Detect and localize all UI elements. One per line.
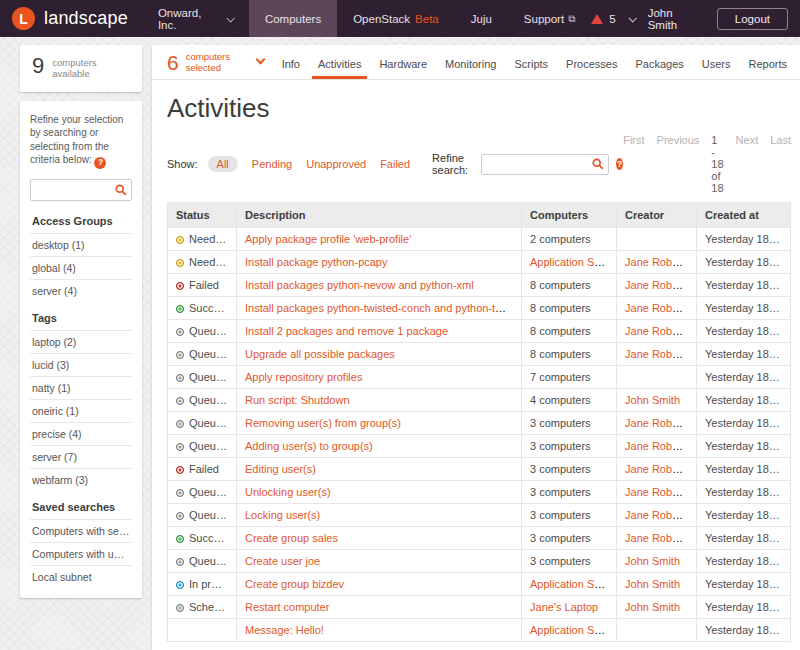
computers-value[interactable]: Jane's Laptop [530, 601, 598, 613]
creator-link[interactable]: Jane Robertson [625, 302, 697, 314]
status-cell: Needs approval [168, 251, 237, 274]
computers-available-card: 9 computers available [20, 45, 142, 92]
alerts-dropdown[interactable]: 5 [591, 13, 634, 25]
computers-value[interactable]: Application Server 1 [530, 578, 617, 590]
tab-info[interactable]: Info [276, 54, 306, 79]
status-cell: Failed [168, 274, 237, 297]
pagination-first[interactable]: First [623, 134, 644, 194]
tab-packages[interactable]: Packages [629, 54, 689, 79]
tab-scripts[interactable]: Scripts [508, 54, 554, 79]
pagination-previous[interactable]: Previous [657, 134, 700, 194]
activity-link[interactable]: Install 2 packages and remove 1 package [245, 325, 448, 337]
status-in-progress-icon [176, 581, 184, 589]
sidebar-item[interactable]: Local subnet [30, 565, 132, 588]
activity-link[interactable]: Message: Hello! [245, 624, 324, 636]
activity-link[interactable]: Install package python-pcapy [245, 256, 387, 268]
tab-monitoring[interactable]: Monitoring [439, 54, 502, 79]
logout-button[interactable]: Logout [717, 8, 788, 30]
activity-link[interactable]: Editing user(s) [245, 463, 316, 475]
sidebar-item[interactable]: lucid (3) [30, 353, 132, 376]
sidebar-item[interactable]: server (7) [30, 445, 132, 468]
creator-link[interactable]: Jane Robertson [625, 279, 697, 291]
tab-reports[interactable]: Reports [742, 54, 793, 79]
creator-link[interactable]: Jane Robertson [625, 486, 697, 498]
creator-link[interactable]: Jane Robertson [625, 417, 697, 429]
nav-item-computers[interactable]: Computers [249, 0, 337, 37]
nav-item-openstack[interactable]: OpenStackBeta [337, 0, 455, 37]
tab-processes[interactable]: Processes [560, 54, 623, 79]
activity-link[interactable]: Unlocking user(s) [245, 486, 331, 498]
creator-link[interactable]: Jane Robertson [625, 256, 697, 268]
activity-link[interactable]: Adding user(s) to group(s) [245, 440, 373, 452]
help-icon[interactable]: ? [616, 158, 623, 170]
chevron-down-icon [255, 55, 265, 65]
sidebar-item[interactable]: webfarm (3) [30, 468, 132, 491]
landscape-brand[interactable]: L landscape [0, 7, 142, 30]
sidebar-item[interactable]: desktop (1) [30, 233, 132, 256]
activity-link[interactable]: Run script: Shutdown [245, 394, 350, 406]
pagination-next[interactable]: Next [736, 134, 759, 194]
tab-users[interactable]: Users [696, 54, 737, 79]
status-label: Needs approval [189, 233, 237, 245]
creator-link[interactable]: John Smith [625, 555, 680, 567]
help-icon[interactable]: ? [94, 157, 106, 169]
computers-value[interactable]: Application Server 1 [530, 624, 617, 636]
nav-item-account[interactable]: Onward, Inc. [142, 0, 249, 37]
status-scheduled-icon [176, 604, 184, 612]
status-queued-icon [176, 420, 184, 428]
activity-link[interactable]: Create user joe [245, 555, 320, 567]
activity-link[interactable]: Upgrade all possible packages [245, 348, 395, 360]
creator-link[interactable]: John Smith [625, 601, 680, 613]
activity-link[interactable]: Apply package profile 'web-profile' [245, 233, 411, 245]
page-content: 9 computers available Refine your select… [0, 37, 800, 650]
navbar-menu: Onward, Inc.ComputersOpenStackBetaJujuSu… [142, 0, 591, 37]
table-row: QueuedAdding user(s) to group(s)3 comput… [168, 435, 791, 458]
sidebar-item[interactable]: server (4) [30, 279, 132, 302]
computers-cell: Application Server 1 [522, 251, 617, 274]
activity-link[interactable]: Create group bizdev [245, 578, 344, 590]
sidebar-group-title: Tags [30, 302, 132, 330]
activity-link[interactable]: Apply repository profiles [245, 371, 362, 383]
computers-selected-dropdown[interactable]: 6 computers selected [167, 52, 264, 74]
created-at-cell: Yesterday 18:21 [697, 297, 791, 320]
created-at-cell: Yesterday 18:21 [697, 550, 791, 573]
pagination-last[interactable]: Last [770, 134, 791, 194]
activity-link[interactable]: Create group sales [245, 532, 338, 544]
created-at-cell: Yesterday 18:20 [697, 596, 791, 619]
creator-link[interactable]: Jane Robertson [625, 532, 697, 544]
sidebar-item[interactable]: oneiric (1) [30, 399, 132, 422]
nav-item-support[interactable]: Support⧉ [508, 0, 591, 37]
activity-link[interactable]: Locking user(s) [245, 509, 320, 521]
sidebar-item[interactable]: natty (1) [30, 376, 132, 399]
nav-item-label: Support [524, 13, 564, 25]
tab-activities[interactable]: Activities [312, 54, 367, 79]
creator-link[interactable]: John Smith [625, 578, 680, 590]
creator-link[interactable]: John Smith [625, 394, 680, 406]
creator-link[interactable]: Jane Robertson [625, 325, 697, 337]
filter-option-unapproved[interactable]: Unapproved [306, 158, 366, 170]
filter-option-pending[interactable]: Pending [252, 158, 292, 170]
nav-item-juju[interactable]: Juju [455, 0, 508, 37]
filter-option-failed[interactable]: Failed [380, 158, 410, 170]
sidebar-item[interactable]: global (4) [30, 256, 132, 279]
activity-link[interactable]: Removing user(s) from group(s) [245, 417, 401, 429]
sidebar-item[interactable]: Computers with securit... [30, 519, 132, 542]
creator-link[interactable]: Jane Robertson [625, 348, 697, 360]
filter-option-all[interactable]: All [208, 156, 238, 172]
creator-link[interactable]: Jane Robertson [625, 440, 697, 452]
user-name[interactable]: John Smith [648, 7, 704, 31]
refine-search-input[interactable] [481, 154, 609, 175]
activity-link[interactable]: Install packages python-twisted-conch an… [245, 302, 522, 314]
search-icon[interactable] [115, 184, 127, 196]
search-icon[interactable] [592, 158, 604, 170]
activity-link[interactable]: Install packages python-nevow and python… [245, 279, 474, 291]
created-at-cell: Yesterday 18:21 [697, 481, 791, 504]
sidebar-item[interactable]: Computers with upgrades [30, 542, 132, 565]
computers-value[interactable]: Application Server 1 [530, 256, 617, 268]
activity-link[interactable]: Restart computer [245, 601, 329, 613]
sidebar-item[interactable]: laptop (2) [30, 330, 132, 353]
tab-hardware[interactable]: Hardware [373, 54, 433, 79]
creator-link[interactable]: Jane Robertson [625, 509, 697, 521]
sidebar-item[interactable]: precise (4) [30, 422, 132, 445]
creator-link[interactable]: Jane Robertson [625, 463, 697, 475]
